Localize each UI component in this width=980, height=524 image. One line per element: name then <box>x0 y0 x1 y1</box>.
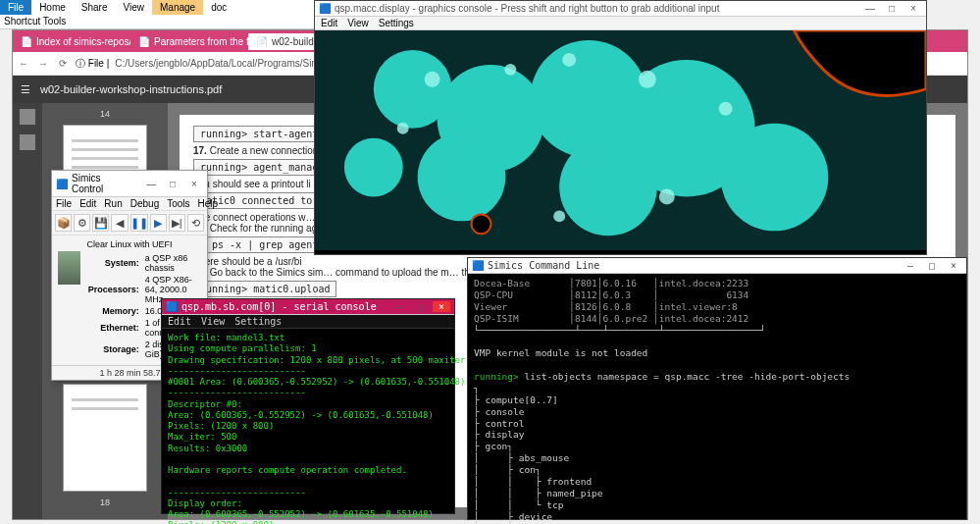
window-title: qsp.macc.display - graphics console - Pr… <box>335 3 719 14</box>
explorer-tab-home[interactable]: Home <box>31 0 74 15</box>
menu-edit[interactable]: Edit <box>168 316 191 327</box>
pause-icon[interactable]: ❚❚ <box>130 214 148 232</box>
menu-run[interactable]: Run <box>104 198 122 209</box>
browser-tab-0[interactable]: 📄Index of simics-repos/pub/simi…× <box>13 33 130 50</box>
cmdline-output[interactable]: Docea-Base │7801│6.0.16 │intel.docea:223… <box>468 274 966 524</box>
svg-point-13 <box>719 102 733 116</box>
svg-point-9 <box>425 72 440 87</box>
close-icon[interactable]: × <box>904 3 922 14</box>
outline-icon[interactable] <box>20 134 35 150</box>
minimize-icon[interactable]: — <box>389 301 407 312</box>
explorer-tab-file[interactable]: File <box>0 0 31 15</box>
svg-point-5 <box>559 138 657 236</box>
graphics-console-window: 🟦qsp.macc.display - graphics console - P… <box>314 0 927 255</box>
maximize-icon[interactable]: □ <box>164 179 181 189</box>
menu-help[interactable]: Help <box>198 198 219 209</box>
shortcut-tools-label: Shortcut Tools <box>4 16 66 26</box>
minimize-icon[interactable]: — <box>902 260 919 271</box>
menu-edit[interactable]: Edit <box>321 18 337 28</box>
simics-commandline-window: 🟦Simics Command Line—□× Docea-Base │7801… <box>467 257 967 520</box>
hamburger-icon[interactable]: ☰ <box>21 83 30 96</box>
tool-icon[interactable]: 💾 <box>92 214 109 232</box>
menu-file[interactable]: File <box>56 198 72 209</box>
maximize-icon[interactable]: □ <box>411 301 429 312</box>
explorer-tab-share[interactable]: Share <box>74 0 116 15</box>
app-icon: 🟦 <box>472 260 484 271</box>
menu-tools[interactable]: Tools <box>167 198 189 209</box>
pdf-thumb-18[interactable] <box>63 384 147 492</box>
step-back-icon[interactable]: ◀ <box>111 214 128 232</box>
minimize-icon[interactable]: — <box>861 3 879 14</box>
svg-point-12 <box>639 71 656 88</box>
close-icon[interactable]: × <box>433 301 450 312</box>
minimize-icon[interactable]: — <box>142 179 160 189</box>
app-icon: 🟦 <box>56 179 68 189</box>
graphics-canvas[interactable] <box>315 30 926 250</box>
code-line: running> matic0.upload <box>193 281 336 297</box>
explorer-tab-view[interactable]: View <box>116 0 153 15</box>
svg-point-16 <box>553 210 565 222</box>
menu-edit[interactable]: Edit <box>79 198 96 209</box>
explorer-location: doc <box>203 0 234 15</box>
thumb-label: 18 <box>100 498 110 507</box>
close-icon[interactable]: × <box>945 260 962 271</box>
window-title: qsp.mb.sb.com[0] - serial console <box>181 301 377 312</box>
window-title: Simics Control <box>72 173 134 194</box>
tool-icon[interactable]: ⚙ <box>74 214 90 232</box>
svg-point-6 <box>418 133 506 222</box>
thumb-label: 14 <box>100 109 110 119</box>
menu-view[interactable]: View <box>347 18 369 28</box>
svg-point-14 <box>397 123 409 134</box>
target-header: Clear Linux with UEFI <box>58 239 201 249</box>
svg-point-11 <box>562 53 576 67</box>
play-icon[interactable]: ▶ <box>150 214 167 232</box>
pdf-sidebar <box>13 103 42 519</box>
app-icon: 🟦 <box>319 3 331 14</box>
menu-view[interactable]: View <box>201 316 225 327</box>
browser-tab-1[interactable]: 📄Parameters from the functional …× <box>130 33 248 50</box>
serial-console-window: 🟦qsp.mb.sb.com[0] - serial console—□× Ed… <box>161 298 455 514</box>
pdf-filename: w02-builder-workshop-instructions.pdf <box>40 83 222 95</box>
window-title: Simics Command Line <box>488 260 599 271</box>
serial-output[interactable]: Work file: mandel3.txt Using compute par… <box>162 329 454 524</box>
maximize-icon[interactable]: □ <box>883 3 901 14</box>
forward-icon[interactable]: → <box>36 57 50 71</box>
close-icon[interactable]: × <box>185 179 203 189</box>
maximize-icon[interactable]: □ <box>923 260 941 271</box>
step-fwd-icon[interactable]: ▶| <box>169 214 185 232</box>
refresh-icon[interactable]: ⟲ <box>187 214 204 232</box>
code-line: # ps -x | grep agent <box>193 236 325 253</box>
url-scheme: ⓘ File | <box>76 57 109 71</box>
simctrl-menu: File Edit Run Debug Tools Help <box>52 197 207 211</box>
menu-settings[interactable]: Settings <box>234 316 282 327</box>
board-image <box>58 251 80 285</box>
back-icon[interactable]: ← <box>17 57 30 71</box>
explorer-ribbon: File Home Share View Manage doc Shortcut… <box>0 0 314 29</box>
menu-settings[interactable]: Settings <box>379 18 414 28</box>
tool-icon[interactable]: 📦 <box>55 214 72 232</box>
thumbs-icon[interactable] <box>20 109 35 125</box>
menu-debug[interactable]: Debug <box>130 198 159 209</box>
reload-icon[interactable]: ⟳ <box>56 57 70 71</box>
svg-point-10 <box>504 64 516 76</box>
svg-point-15 <box>659 188 675 204</box>
simctrl-toolbar: 📦 ⚙ 💾 ◀ ❚❚ ▶ ▶| ⟲ <box>52 211 207 236</box>
svg-point-8 <box>344 138 403 197</box>
app-icon: 🟦 <box>166 301 178 312</box>
svg-point-7 <box>721 124 829 232</box>
explorer-tab-manage[interactable]: Manage <box>152 0 203 15</box>
